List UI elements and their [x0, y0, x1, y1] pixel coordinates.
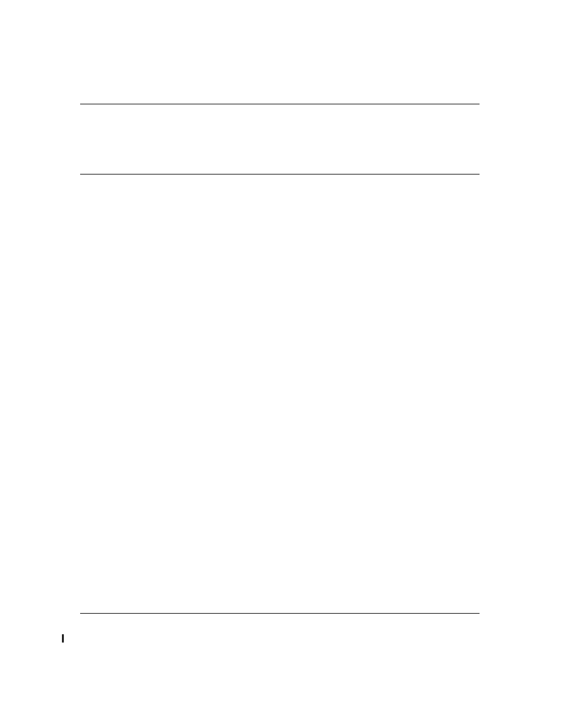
horizontal-rule-middle [80, 174, 480, 174]
text-cursor-icon: I [61, 632, 65, 645]
horizontal-rule-top [80, 104, 480, 104]
horizontal-rule-bottom [80, 613, 480, 614]
document-page: I [0, 0, 562, 728]
